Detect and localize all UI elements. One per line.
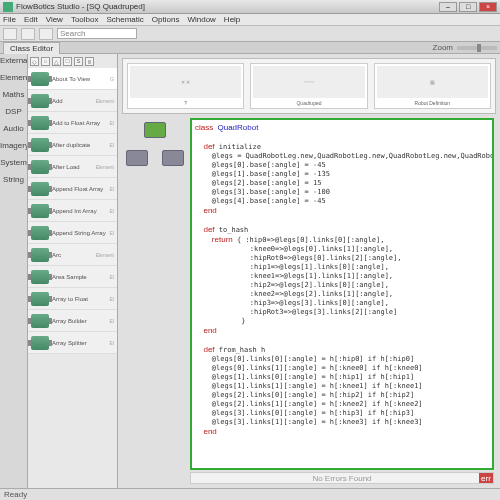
cat-imagery[interactable]: Imagery xyxy=(0,141,27,157)
component-icon xyxy=(31,336,49,350)
palette-item[interactable]: Append Int ArrayEl xyxy=(28,200,117,222)
filter-icon[interactable]: □ xyxy=(63,57,72,66)
component-name: After Load xyxy=(52,164,80,170)
palette-item[interactable]: Array SplitterEl xyxy=(28,332,117,354)
tool-button[interactable] xyxy=(21,28,35,40)
tab-class-editor[interactable]: Class Editor xyxy=(3,42,60,54)
menu-schematic[interactable]: Schematic xyxy=(106,15,143,24)
breadcrumb-thumbs: ✕ ✕? 〰〰Quadruped ▦Robot Definition xyxy=(122,58,496,114)
node-graph[interactable] xyxy=(126,122,186,182)
thumb[interactable]: ▦Robot Definition xyxy=(374,63,491,109)
thumb[interactable]: 〰〰Quadruped xyxy=(250,63,367,109)
node-forward-ruby[interactable] xyxy=(126,150,148,166)
component-name: After duplicate xyxy=(52,142,90,148)
window-title: FlowBotics Studio - [SQ Quadruped] xyxy=(16,2,439,11)
statusbar: Ready xyxy=(0,488,500,500)
component-icon xyxy=(31,226,49,240)
cat-dsp[interactable]: DSP xyxy=(0,107,27,123)
component-type: El xyxy=(110,230,114,236)
palette-item[interactable]: Array BuilderEl xyxy=(28,310,117,332)
maximize-button[interactable]: □ xyxy=(459,2,477,12)
close-button[interactable]: × xyxy=(479,2,497,12)
component-palette: ◇ ○ △ □ S Ⅱ About To ViewGAddElementAdd … xyxy=(28,54,118,488)
filter-icon[interactable]: ○ xyxy=(41,57,50,66)
component-type: G xyxy=(110,76,114,82)
component-name: Append String Array xyxy=(52,230,106,236)
palette-item[interactable]: ArcElement xyxy=(28,244,117,266)
component-icon xyxy=(31,72,49,86)
filter-icon[interactable]: S xyxy=(74,57,83,66)
component-name: About To View xyxy=(52,76,90,82)
zoom-control: Zoom xyxy=(433,43,497,52)
component-icon xyxy=(31,270,49,284)
palette-item[interactable]: AddElement xyxy=(28,90,117,112)
titlebar: FlowBotics Studio - [SQ Quadruped] – □ × xyxy=(0,0,500,14)
thumb[interactable]: ✕ ✕? xyxy=(127,63,244,109)
cat-string[interactable]: String xyxy=(0,175,27,191)
tabbar: Class Editor Zoom xyxy=(0,42,500,54)
component-type: El xyxy=(110,186,114,192)
component-icon xyxy=(31,116,49,130)
filter-icon[interactable]: ◇ xyxy=(30,57,39,66)
tool-button[interactable] xyxy=(3,28,17,40)
component-name: Append Float Array xyxy=(52,186,103,192)
cat-maths[interactable]: Maths xyxy=(0,90,27,106)
error-label: No Errors Found xyxy=(312,474,371,483)
palette-item[interactable]: Array to FloatEl xyxy=(28,288,117,310)
filter-icon[interactable]: Ⅱ xyxy=(85,57,94,66)
component-name: Append Int Array xyxy=(52,208,97,214)
filter-icon[interactable]: △ xyxy=(52,57,61,66)
component-name: Add to Float Array xyxy=(52,120,100,126)
palette-item[interactable]: Area SampleEl xyxy=(28,266,117,288)
menu-file[interactable]: File xyxy=(3,15,16,24)
component-icon xyxy=(31,94,49,108)
toolbar: Search xyxy=(0,26,500,42)
palette-item[interactable]: About To ViewG xyxy=(28,68,117,90)
palette-header: ◇ ○ △ □ S Ⅱ xyxy=(28,54,117,68)
search-input[interactable]: Search xyxy=(57,28,137,39)
component-type: El xyxy=(110,208,114,214)
menu-help[interactable]: Help xyxy=(224,15,240,24)
error-bar: No Errors Found err xyxy=(190,472,494,484)
node-afterload[interactable] xyxy=(162,150,184,166)
palette-item[interactable]: Append Float ArrayEl xyxy=(28,178,117,200)
code-editor[interactable]: class QuadRobot def initialize @legs = Q… xyxy=(190,118,494,470)
zoom-label: Zoom xyxy=(433,43,453,52)
minimize-button[interactable]: – xyxy=(439,2,457,12)
zoom-slider[interactable] xyxy=(457,46,497,50)
component-icon xyxy=(31,292,49,306)
component-type: El xyxy=(110,340,114,346)
component-type: Element xyxy=(96,164,114,170)
error-button[interactable]: err xyxy=(479,473,493,483)
category-sidebar: External Element Maths DSP Audio Imagery… xyxy=(0,54,28,488)
component-type: Element xyxy=(96,252,114,258)
tool-button[interactable] xyxy=(39,28,53,40)
menu-view[interactable]: View xyxy=(46,15,63,24)
cat-audio[interactable]: Audio xyxy=(0,124,27,140)
component-type: El xyxy=(110,142,114,148)
palette-item[interactable]: Append String ArrayEl xyxy=(28,222,117,244)
component-type: El xyxy=(110,296,114,302)
component-icon xyxy=(31,204,49,218)
component-icon xyxy=(31,182,49,196)
component-icon xyxy=(31,248,49,262)
palette-item[interactable]: After duplicateEl xyxy=(28,134,117,156)
menu-options[interactable]: Options xyxy=(152,15,180,24)
canvas[interactable]: ✕ ✕? 〰〰Quadruped ▦Robot Definition class… xyxy=(118,54,500,488)
node-trigger[interactable] xyxy=(144,122,166,138)
palette-item[interactable]: After LoadElement xyxy=(28,156,117,178)
palette-item[interactable]: Add to Float ArrayEl xyxy=(28,112,117,134)
menu-window[interactable]: Window xyxy=(187,15,215,24)
cat-system[interactable]: System xyxy=(0,158,27,174)
menu-edit[interactable]: Edit xyxy=(24,15,38,24)
menu-toolbox[interactable]: Toolbox xyxy=(71,15,99,24)
cat-element[interactable]: Element xyxy=(0,73,27,89)
component-icon xyxy=(31,160,49,174)
component-type: El xyxy=(110,318,114,324)
component-name: Add xyxy=(52,98,63,104)
component-name: Arc xyxy=(52,252,61,258)
cat-external[interactable]: External xyxy=(0,56,27,72)
component-name: Array Builder xyxy=(52,318,87,324)
component-type: El xyxy=(110,274,114,280)
component-type: El xyxy=(110,120,114,126)
